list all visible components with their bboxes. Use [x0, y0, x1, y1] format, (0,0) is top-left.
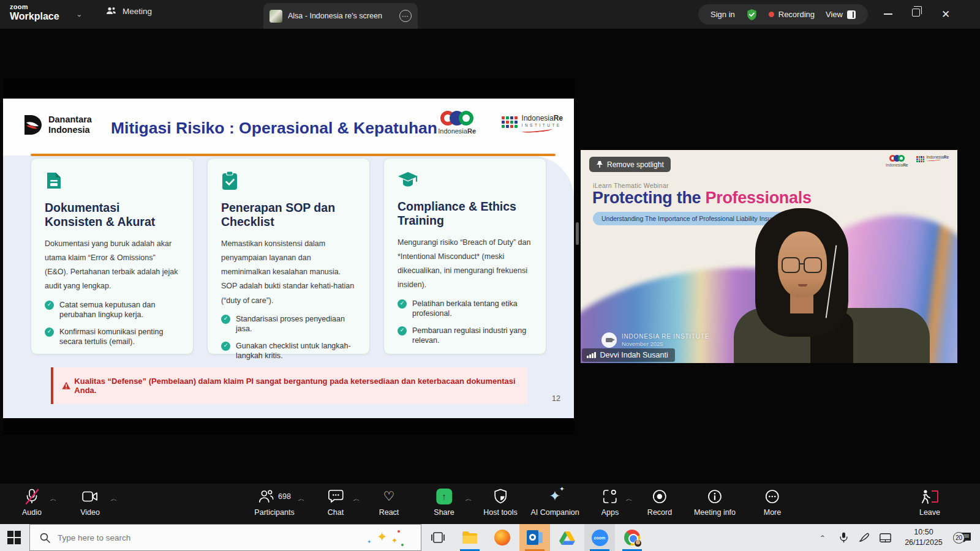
host-tools-button[interactable]: Host tools	[483, 488, 518, 517]
notification-center-button[interactable]: 20	[952, 524, 980, 551]
card-body: Mengurangi risiko “Breach of Duty” dan *…	[398, 236, 532, 293]
minimize-button[interactable]	[884, 13, 892, 15]
video-watermark: INDONESIA RE INSTITUTE November 2025	[601, 332, 709, 348]
recording-dot-icon	[769, 12, 774, 17]
recording-indicator: Recording	[769, 10, 815, 19]
folder-icon	[462, 531, 478, 544]
tab-meeting[interactable]: Meeting	[105, 6, 152, 16]
warning-banner: Kualitas “Defense” (Pembelaan) dalam kla…	[51, 367, 527, 404]
camera-icon	[82, 491, 98, 502]
taskbar-clock[interactable]: 10:50 26/11/2025	[895, 527, 952, 548]
share-screen-icon: ↑	[436, 489, 452, 504]
apps-options-chevron[interactable]: ︿	[626, 495, 633, 503]
tray-touchpad-icon[interactable]	[875, 524, 895, 551]
scrollbar[interactable]	[576, 222, 579, 245]
graduation-cap-icon	[398, 171, 418, 189]
list-item: ✓Konfirmasi komunikasi penting secara te…	[45, 327, 179, 347]
slide-title: Mitigasi Risiko : Operasional & Kepatuha…	[111, 119, 437, 138]
list-item: ✓Standarisasi proses penyediaan jasa.	[221, 314, 356, 334]
share-options-chevron[interactable]: ︿	[466, 495, 472, 503]
speaker-person	[734, 208, 930, 363]
audio-button[interactable]: Audio	[22, 488, 42, 517]
close-button[interactable]: ✕	[941, 8, 950, 21]
security-shield-icon[interactable]	[746, 9, 758, 21]
chevron-down-icon[interactable]: ⌄	[76, 11, 83, 18]
participant-name: Devvi Indah Susanti	[600, 351, 668, 359]
audio-options-chevron[interactable]: ︿	[50, 495, 57, 503]
start-button[interactable]	[7, 531, 21, 547]
tray-chevron-up[interactable]: ⌃	[812, 524, 833, 551]
participants-count: 698	[278, 492, 291, 501]
card-compliance: Compliance & Ethics Training Mengurangi …	[383, 158, 546, 354]
sparkle-icon: ✦	[549, 489, 560, 503]
video-options-chevron[interactable]: ︿	[111, 495, 118, 503]
more-button[interactable]: More	[764, 488, 781, 517]
card-title: Dokumentasi Konsisten & Akurat	[45, 201, 179, 229]
file-explorer-button[interactable]	[454, 524, 485, 551]
react-button[interactable]: ♡ React	[379, 488, 399, 517]
document-icon	[45, 171, 63, 190]
restore-button[interactable]	[912, 9, 920, 17]
tray-microphone-icon[interactable]	[833, 524, 854, 551]
tab-meeting-label: Meeting	[123, 7, 152, 16]
firefox-button[interactable]	[487, 524, 518, 551]
indonesiare-circles-icon	[438, 111, 476, 126]
chat-options-chevron[interactable]: ︿	[353, 495, 360, 503]
check-icon: ✓	[45, 301, 54, 310]
danantara-eagle-icon	[23, 114, 43, 136]
windows-taskbar: ✦✦✦	[0, 524, 980, 551]
institute-label: INSTITUTE	[522, 123, 563, 127]
search-input[interactable]	[58, 533, 290, 542]
avatar	[270, 10, 282, 23]
chat-button[interactable]: Chat	[328, 488, 344, 517]
task-view-icon	[431, 531, 445, 544]
chat-bubble-icon	[328, 489, 344, 503]
tray-pen-icon[interactable]	[854, 524, 875, 551]
pin-icon	[596, 160, 603, 168]
watermark-line1: INDONESIA RE INSTITUTE	[622, 332, 709, 340]
sign-in-button[interactable]: Sign in	[710, 10, 735, 19]
video-button[interactable]: Video	[80, 488, 100, 517]
check-icon: ✓	[221, 342, 230, 351]
titlebar-status-pill: Sign in Recording View	[698, 4, 868, 24]
leave-button[interactable]: Leave	[919, 488, 940, 517]
participants-button[interactable]: 698 Participants	[254, 488, 294, 517]
apps-button[interactable]: Apps	[601, 488, 619, 517]
network-signal-icon	[587, 352, 596, 358]
ai-companion-button[interactable]: ✦ AI Companion	[530, 488, 579, 517]
google-drive-button[interactable]	[552, 524, 582, 551]
share-button[interactable]: ↑ Share	[434, 488, 454, 517]
outlook-button[interactable]	[519, 524, 550, 551]
tab-shared-screen[interactable]: Alsa - Indonesia re's screen ⋯	[263, 3, 418, 29]
meeting-info-button[interactable]: Meeting info	[694, 488, 736, 517]
check-icon: ✓	[398, 299, 407, 309]
participants-options-chevron[interactable]: ︿	[298, 495, 305, 503]
watermark-line2: November 2025	[622, 340, 709, 348]
logo-zoom-text: zoom	[10, 4, 59, 10]
card-body: Dokumentasi yang buruk adalah akar utama…	[45, 237, 179, 294]
slide-body: Dokumentasi Konsisten & Akurat Dokumenta…	[3, 156, 574, 418]
task-view-button[interactable]	[423, 524, 453, 551]
remove-spotlight-button[interactable]: Remove spotlight	[589, 157, 671, 172]
apps-icon	[603, 489, 617, 504]
danantara-logo: Danantara Indonesia	[23, 114, 92, 136]
card-title: Penerapan SOP dan Checklist	[221, 201, 356, 229]
video-tile[interactable]: iLearn Thematic Webinar Protecting the P…	[581, 150, 957, 363]
tab-options-icon[interactable]: ⋯	[399, 10, 412, 22]
institute-logo-small: IndonesiaRe	[916, 155, 949, 162]
zoom-app-icon: zoom	[592, 530, 608, 546]
view-label: View	[826, 10, 843, 19]
video-corner-logos: IndonesiaRe IndonesiaRe	[886, 155, 949, 167]
tab-shared-screen-label: Alsa - Indonesia re's screen	[288, 12, 394, 20]
taskbar-search[interactable]: ✦✦✦	[29, 524, 421, 551]
zoom-app-button[interactable]: zoom	[584, 524, 615, 551]
view-button[interactable]: View	[826, 10, 856, 19]
info-icon	[707, 489, 722, 504]
chrome-button[interactable]	[617, 524, 647, 551]
record-button[interactable]: Record	[647, 488, 672, 517]
card-body: Memastikan konsistensi dalam penyampaian…	[221, 237, 356, 308]
titlebar: zoom Workplace ⌄ Meeting Alsa - Indonesi…	[0, 0, 980, 29]
copilot-sparkle-icon[interactable]: ✦✦✦	[366, 529, 409, 547]
card-dokumentasi: Dokumentasi Konsisten & Akurat Dokumenta…	[31, 158, 194, 354]
record-icon	[652, 489, 667, 504]
